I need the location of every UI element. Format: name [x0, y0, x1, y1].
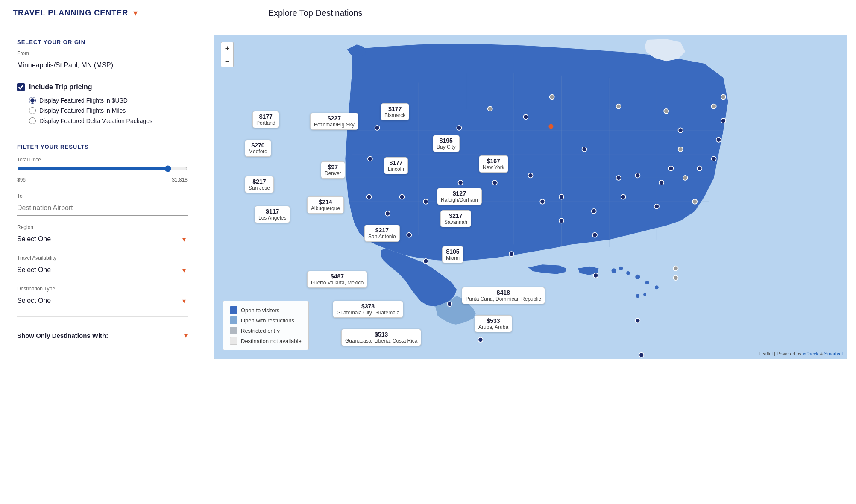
- origin-section-label: SELECT YOUR ORIGIN: [17, 39, 188, 45]
- radio-usd[interactable]: [29, 97, 36, 104]
- svg-point-54: [559, 218, 564, 223]
- price-albuquerque: $214: [311, 199, 340, 205]
- svg-point-20: [375, 126, 379, 130]
- radio-miles-label: Display Featured Flights in Miles: [39, 107, 126, 114]
- svg-point-47: [692, 199, 697, 204]
- price-tag-bozeman[interactable]: $227 Bozeman/Big Sky: [310, 113, 358, 130]
- svg-point-58: [659, 180, 664, 185]
- radio-miles[interactable]: [29, 107, 36, 114]
- svg-point-38: [478, 337, 483, 342]
- region-select[interactable]: Select One Domestic Caribbean Internatio…: [17, 232, 188, 246]
- price-tag-savannah[interactable]: $217 Savannah: [440, 210, 471, 227]
- destination-type-select[interactable]: Select One Beach City Mountain Adventure: [17, 293, 188, 308]
- price-tag-aruba[interactable]: $533 Aruba, Aruba: [475, 315, 512, 332]
- legend-color-unavailable: [230, 337, 237, 345]
- svg-point-3: [626, 271, 630, 275]
- svg-point-41: [488, 106, 492, 111]
- svg-point-4: [635, 275, 640, 279]
- svg-point-33: [592, 233, 597, 237]
- xcheck-link[interactable]: xCheck: [803, 351, 818, 356]
- price-tag-puertovallarta[interactable]: $487 Puerto Vallarta, Mexico: [307, 271, 367, 288]
- svg-point-8: [643, 293, 646, 296]
- price-bozeman: $227: [314, 115, 355, 122]
- destination-type-label: Destination Type: [17, 286, 188, 292]
- legend-item-restricted: Restricted entry: [230, 327, 302, 334]
- header-chevron-icon[interactable]: ▾: [133, 8, 138, 18]
- smartvel-link[interactable]: Smartvel: [824, 351, 843, 356]
- svg-point-32: [592, 209, 596, 214]
- price-tag-baycity[interactable]: $195 Bay City: [433, 135, 460, 152]
- price-lincoln: $177: [388, 159, 404, 166]
- price-tag-medford[interactable]: $270 Medford: [245, 140, 271, 157]
- sidebar: SELECT YOUR ORIGIN From Include Trip pri…: [0, 26, 205, 504]
- attribution-and: &: [820, 351, 824, 356]
- include-trip-pricing-checkbox[interactable]: [17, 83, 25, 91]
- radio-usd-row[interactable]: Display Featured Flights in $USD: [29, 97, 188, 104]
- svg-point-64: [721, 118, 726, 123]
- price-tag-miami[interactable]: $105 Miami: [442, 246, 463, 263]
- price-tag-denver[interactable]: $97 Denver: [321, 161, 345, 179]
- price-aruba: $533: [478, 317, 508, 324]
- price-tag-la[interactable]: $117 Los Angeles: [255, 206, 290, 223]
- price-tag-sanantonio[interactable]: $217 San Antonio: [364, 225, 400, 242]
- city-puntacana: Punta Cana, Dominican Republic: [466, 296, 541, 302]
- price-tag-guatemala[interactable]: $378 Guatemala City, Guatemala: [333, 301, 403, 318]
- svg-point-1: [612, 268, 616, 273]
- svg-point-37: [635, 318, 640, 323]
- svg-point-61: [697, 166, 702, 171]
- price-puertovallarta: $487: [311, 273, 364, 280]
- show-only-row[interactable]: Show Only Destinations With: ▾: [17, 325, 188, 346]
- header: TRAVEL PLANNING CENTER ▾ Explore Top Des…: [0, 0, 856, 26]
- price-miami: $105: [446, 248, 460, 255]
- travel-availability-label: Travel Availability: [17, 255, 188, 261]
- app-title: TRAVEL PLANNING CENTER: [13, 9, 128, 18]
- price-medford: $270: [249, 142, 267, 149]
- svg-point-55: [616, 176, 621, 180]
- svg-point-68: [673, 266, 678, 271]
- svg-point-42: [550, 94, 554, 99]
- price-slider[interactable]: [17, 165, 188, 172]
- legend-color-restrictions: [230, 316, 237, 324]
- radio-miles-row[interactable]: Display Featured Flights in Miles: [29, 107, 188, 114]
- price-tag-puntacana[interactable]: $418 Punta Cana, Dominican Republic: [462, 287, 545, 304]
- region-label: Region: [17, 224, 188, 230]
- price-guanacaste: $513: [345, 331, 417, 338]
- svg-point-62: [712, 156, 716, 161]
- zoom-out-button[interactable]: −: [221, 55, 234, 67]
- price-tag-sanjose[interactable]: $217 San Jose: [245, 176, 274, 193]
- price-tag-portland[interactable]: $177 Portland: [252, 111, 279, 128]
- svg-point-36: [447, 302, 452, 306]
- city-miami: Miami: [446, 255, 460, 261]
- city-aruba: Aruba, Aruba: [478, 324, 508, 330]
- price-newyork: $167: [483, 158, 504, 164]
- svg-point-40: [639, 353, 644, 357]
- travel-availability-select[interactable]: Select One Open to visitors Open with re…: [17, 263, 188, 277]
- price-tag-albuquerque[interactable]: $214 Albuquerque: [307, 196, 344, 214]
- legend-item-restrictions: Open with restrictions: [230, 316, 302, 324]
- price-slider-container: [17, 165, 188, 173]
- price-tag-bismarck[interactable]: $177 Bismarck: [381, 103, 409, 120]
- origin-input[interactable]: [17, 58, 188, 73]
- city-albuquerque: Albuquerque: [311, 205, 340, 211]
- svg-point-31: [582, 147, 586, 152]
- svg-point-65: [712, 104, 716, 109]
- svg-point-59: [668, 166, 673, 171]
- price-tag-guanacaste[interactable]: $513 Guanacaste Liberia, Costa Rica: [341, 329, 421, 346]
- svg-point-53: [559, 194, 564, 199]
- zoom-controls: + −: [221, 42, 234, 67]
- include-trip-pricing-row[interactable]: Include Trip pricing: [17, 83, 188, 91]
- price-guatemala: $378: [337, 303, 399, 310]
- radio-vacation-row[interactable]: Display Featured Delta Vacation Packages: [29, 117, 188, 124]
- map-container[interactable]: + −: [214, 35, 847, 359]
- price-tag-lincoln[interactable]: $177 Lincoln: [384, 157, 408, 174]
- zoom-in-button[interactable]: +: [221, 42, 234, 55]
- destination-input[interactable]: [17, 201, 188, 216]
- price-tag-raleigh[interactable]: $127 Raleigh/Durham: [437, 188, 482, 205]
- radio-vacation[interactable]: [29, 117, 36, 124]
- radio-vacation-label: Display Featured Delta Vacation Packages: [39, 117, 152, 124]
- filter-label: FILTER YOUR RESULTS: [17, 144, 188, 150]
- svg-point-22: [367, 194, 372, 199]
- price-tag-newyork[interactable]: $167 New York: [479, 155, 508, 173]
- price-baycity: $195: [437, 137, 456, 144]
- svg-point-44: [664, 109, 668, 114]
